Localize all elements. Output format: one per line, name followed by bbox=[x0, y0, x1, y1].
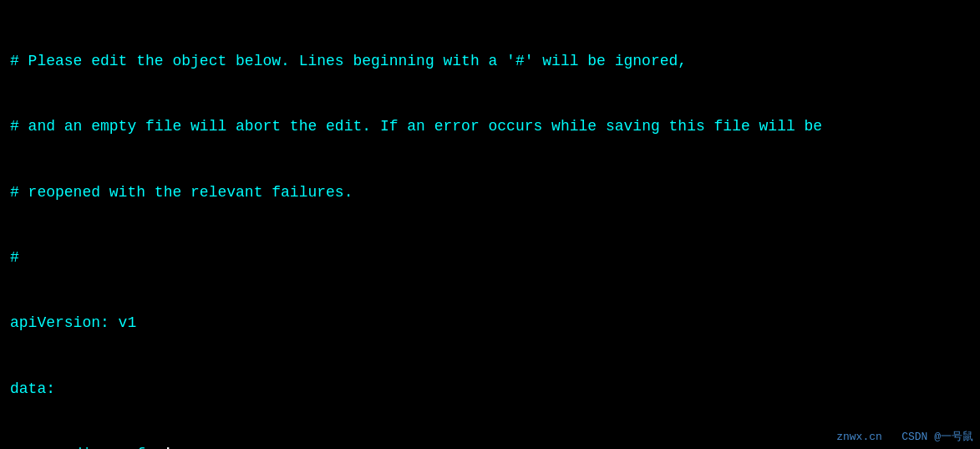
watermark: znwx.cn CSDN @一号鼠 bbox=[836, 429, 973, 444]
line-1: # Please edit the object below. Lines be… bbox=[10, 50, 970, 72]
line-7: my-redis.conf: | bbox=[10, 443, 970, 449]
line-2: # and an empty file will abort the edit.… bbox=[10, 115, 970, 137]
editor-area[interactable]: # Please edit the object below. Lines be… bbox=[0, 0, 980, 449]
line-5: apiVersion: v1 bbox=[10, 312, 970, 334]
pipe-cursor: | bbox=[164, 446, 173, 449]
line-4: # bbox=[10, 247, 970, 268]
line-6: data: bbox=[10, 378, 970, 400]
line-3: # reopened with the relevant failures. bbox=[10, 181, 970, 203]
